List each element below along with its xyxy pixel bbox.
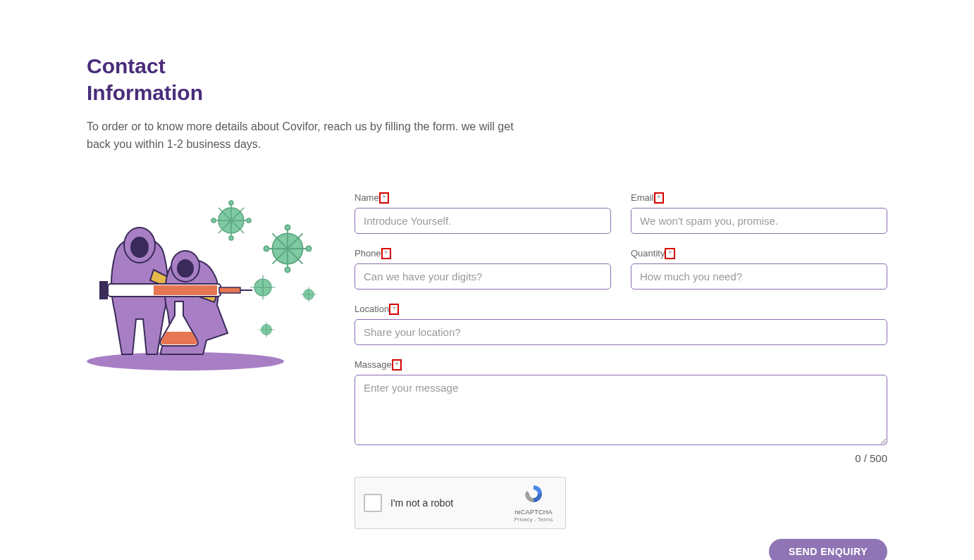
svg-rect-33 [154,285,217,295]
title-line1: Contact [87,54,166,77]
recaptcha-links: Privacy - Terms [509,516,558,523]
recaptcha-privacy-link[interactable]: Privacy [514,516,533,523]
svg-point-6 [211,218,216,223]
recaptcha[interactable]: I'm not a robot reCAPTCHA Privacy - Term… [355,477,566,529]
illustration [87,192,326,560]
svg-point-31 [178,260,193,277]
svg-point-29 [131,237,148,257]
email-label: Email* [631,192,887,204]
recaptcha-terms-link[interactable]: Terms [538,516,553,523]
recaptcha-logo-icon [523,483,544,504]
hazmat-virus-illustration-icon [87,192,326,375]
phone-field[interactable] [355,263,611,290]
char-count: 0 / 500 [355,452,887,464]
svg-point-18 [285,267,290,272]
name-field[interactable] [355,208,611,234]
location-label: Location* [355,304,887,315]
message-field[interactable] [355,375,887,445]
svg-point-8 [229,201,233,205]
svg-point-9 [229,236,233,240]
message-label: Massage* [355,359,887,371]
recaptcha-checkbox[interactable] [364,494,382,512]
svg-point-17 [285,225,290,230]
svg-point-7 [247,218,251,223]
recaptcha-brand-area: reCAPTCHA Privacy - Terms [509,483,558,523]
svg-rect-34 [99,281,108,299]
location-field[interactable] [355,319,887,345]
svg-rect-35 [219,287,240,293]
title-line2: Information [87,81,203,104]
email-field[interactable] [631,208,887,234]
recaptcha-text: I'm not a robot [390,497,453,509]
quantity-label: Quantity* [631,248,887,259]
phone-label: Phone* [355,248,611,259]
name-label: Name* [355,192,611,204]
svg-point-16 [306,246,311,251]
quantity-field[interactable] [631,263,887,290]
svg-point-15 [264,246,269,251]
page-title: Contact Information [87,53,887,106]
svg-marker-37 [525,490,529,494]
send-enquiry-button[interactable]: SEND ENQUIRY [769,539,887,560]
page-description: To order or to know more details about C… [87,118,538,154]
contact-form: Name* Email* Phone* Quantity* [355,192,887,560]
recaptcha-brand-text: reCAPTCHA [509,509,558,516]
